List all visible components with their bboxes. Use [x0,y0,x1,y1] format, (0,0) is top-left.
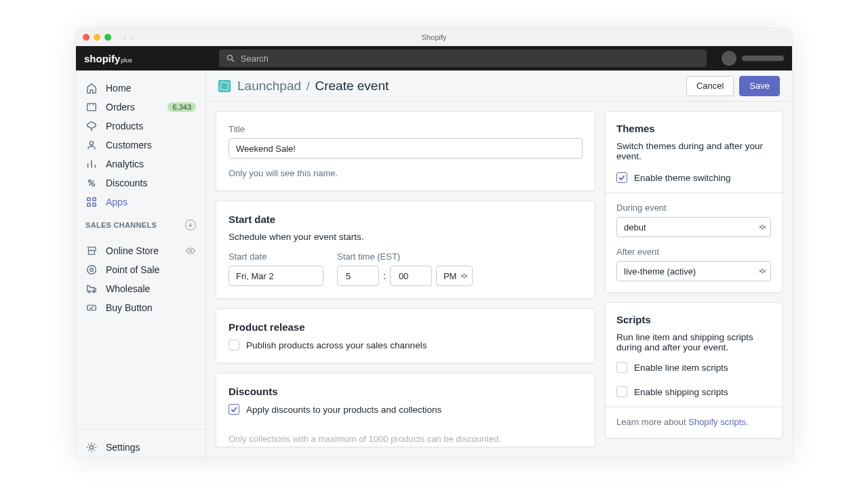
app-window: ‹ › Shopify shopifyplus Search HomeOrder… [76,28,792,457]
sidebar-item-home[interactable]: Home [76,79,205,98]
time-colon: : [383,270,386,281]
svg-rect-2 [87,104,96,111]
shopify-scripts-link[interactable]: Shopify scripts [688,417,746,427]
customers-icon [85,139,98,151]
view-store-icon[interactable] [185,245,196,256]
start-time-label: Start time (EST) [337,251,473,262]
point-of-sale-icon [85,264,98,276]
home-icon [85,82,98,94]
sidebar-item-apps[interactable]: Apps [76,192,205,211]
sidebar-item-online-store[interactable]: Online Store [76,241,205,260]
svg-rect-8 [93,198,96,201]
after-event-select[interactable]: live-theme (active) [616,261,771,281]
svg-rect-9 [87,203,91,207]
title-hint: Only you will see this name. [229,168,583,178]
zoom-traffic-light-icon[interactable] [104,34,111,41]
orders-icon [85,101,98,113]
during-event-value: debut [624,222,646,232]
search-icon [226,54,235,63]
enable-shipping-scripts-checkbox[interactable] [616,386,627,397]
analytics-icon [85,158,98,170]
start-date-label: Start date [229,251,323,262]
sidebar-item-point-of-sale[interactable]: Point of Sale [76,260,205,279]
discounts-icon [85,177,98,189]
page-header: Launchpad / Create event Cancel Save [206,70,792,102]
start-date-title: Start date [229,214,583,225]
save-label: Save [749,81,770,91]
publish-products-checkbox[interactable] [229,340,239,350]
brand-name: shopify [84,53,120,64]
svg-point-3 [90,142,93,145]
title-bar: ‹ › Shopify [76,28,792,46]
sidebar-item-label: Products [106,121,143,131]
sidebar-item-discounts[interactable]: Discounts [76,174,205,192]
sidebar-item-label: Apps [106,197,127,207]
sidebar-item-orders[interactable]: Orders6,343 [76,98,205,117]
start-date-input[interactable] [229,266,323,286]
svg-line-1 [232,60,234,62]
themes-title: Themes [616,123,771,134]
svg-point-11 [189,249,191,251]
svg-point-12 [87,266,96,274]
sidebar-item-analytics[interactable]: Analytics [76,155,205,174]
close-traffic-light-icon[interactable] [83,34,90,41]
scripts-card: Scripts Run line item and shipping scrip… [605,302,783,439]
themes-card: Themes Switch themes during and after yo… [605,111,783,293]
search-input[interactable]: Search [219,49,707,67]
ampm-value: PM [443,271,457,281]
product-release-card: Product release Publish products across … [216,308,595,363]
sidebar-item-wholesale[interactable]: Wholesale [76,279,205,298]
save-button[interactable]: Save [739,76,780,96]
user-name-placeholder [742,56,784,61]
title-label: Title [229,124,583,134]
sidebar: HomeOrders6,343ProductsCustomersAnalytic… [76,70,206,457]
minimize-traffic-light-icon[interactable] [94,34,100,41]
user-menu[interactable] [722,51,784,66]
svg-point-15 [93,291,95,293]
sidebar-item-customers[interactable]: Customers [76,136,205,155]
scripts-title: Scripts [616,314,771,325]
during-event-select[interactable]: debut [616,217,771,237]
buy-button-icon [85,302,98,314]
sidebar-item-label: Settings [106,442,140,453]
launchpad-icon [218,80,231,92]
avatar-icon [722,51,736,66]
enable-line-item-scripts-checkbox[interactable] [616,362,627,373]
orders-badge: 6,343 [167,102,196,112]
title-input[interactable] [229,138,583,159]
svg-point-0 [227,55,232,60]
brand-logo[interactable]: shopifyplus [84,53,132,64]
cancel-button[interactable]: Cancel [686,76,734,96]
sidebar-item-products[interactable]: Products [76,117,205,136]
sidebar-item-settings[interactable]: Settings [76,438,205,457]
apply-discounts-checkbox[interactable] [229,404,239,415]
sidebar-item-label: Discounts [106,178,147,188]
ampm-select[interactable]: PM [436,266,473,286]
title-card: Title Only you will see this name. [216,111,595,191]
sidebar-item-label: Online Store [106,245,159,256]
sidebar-item-label: Buy Button [106,302,153,313]
sidebar-item-buy-button[interactable]: Buy Button [76,298,205,317]
apps-icon [85,196,98,208]
after-event-label: After event [616,247,771,257]
scripts-learn-more: Learn more about Shopify scripts. [616,417,771,427]
learn-more-suffix: . [746,417,749,427]
sidebar-bottom: Settings [76,429,205,457]
breadcrumb-root[interactable]: Launchpad [237,79,301,94]
start-hour-input[interactable] [337,266,379,286]
wholesale-icon [85,283,98,295]
gear-icon [85,441,98,453]
start-date-desc: Schedule when your event starts. [229,232,583,242]
back-icon[interactable]: ‹ [123,33,126,41]
enable-theme-switching-checkbox[interactable] [616,172,627,183]
add-channel-icon[interactable]: + [185,220,196,230]
apply-discounts-label: Apply discounts to your products and col… [246,405,441,415]
search-placeholder: Search [241,54,269,64]
svg-rect-10 [93,203,96,207]
discounts-hint: Only collections with a maximum of 1000 … [229,434,583,444]
start-minute-input[interactable] [390,266,432,286]
nav-arrows: ‹ › [123,33,134,41]
themes-desc: Switch themes during and after your even… [616,141,771,161]
products-icon [85,120,98,132]
forward-icon[interactable]: › [132,33,134,41]
